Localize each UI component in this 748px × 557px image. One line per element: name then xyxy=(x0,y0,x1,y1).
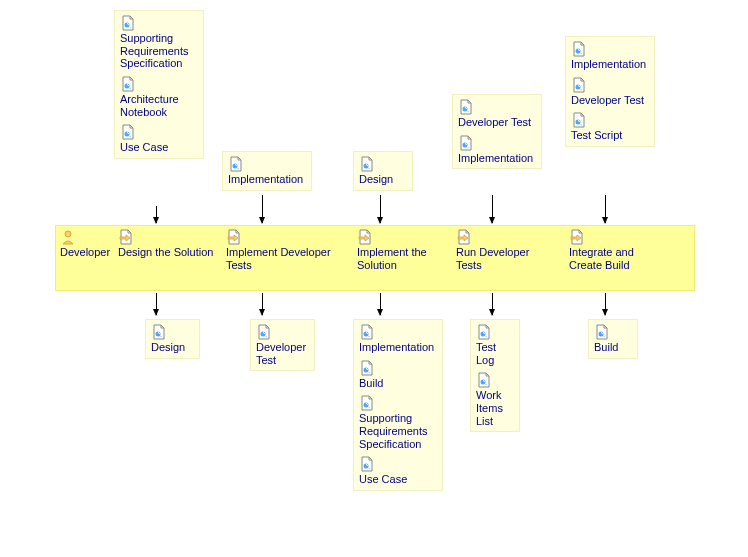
input-box-col1: Supporting Requirements Specification Ar… xyxy=(114,10,204,159)
artifact-icon xyxy=(256,324,272,340)
artifact-label: Implementation xyxy=(359,341,434,354)
artifact-label: Developer Test xyxy=(458,116,531,129)
output-box-col3: Implementation Build Supporting Requirem… xyxy=(353,319,443,491)
task-label: Run Developer Tests xyxy=(456,246,541,271)
output-box-col4: Test Log Work Items List xyxy=(470,319,520,432)
artifact-icon xyxy=(571,112,587,128)
input-box-col4: Developer Test Implementation xyxy=(452,94,542,169)
swimlane-task-cell: Implement Developer Tests xyxy=(226,229,336,271)
output-box-col1: Design xyxy=(145,319,200,359)
artifact-icon xyxy=(359,456,375,472)
task-icon xyxy=(456,229,472,245)
arrow-down-icon xyxy=(605,195,606,223)
artifact-label: Build xyxy=(594,341,618,354)
role-label: Developer xyxy=(60,246,110,259)
artifact-label: Implementation xyxy=(458,152,533,165)
artifact-icon xyxy=(458,99,474,115)
output-box-col5: Build xyxy=(588,319,638,359)
task-icon xyxy=(226,229,242,245)
artifact-icon xyxy=(458,135,474,151)
artifact-label: Design xyxy=(151,341,185,354)
arrow-down-icon xyxy=(380,293,381,315)
task-icon xyxy=(569,229,585,245)
artifact-label: Supporting Requirements Specification xyxy=(120,32,198,70)
swimlane-task-cell: Run Developer Tests xyxy=(456,229,541,271)
arrow-down-icon xyxy=(156,206,157,223)
input-box-col2: Implementation xyxy=(222,151,312,191)
role-icon xyxy=(60,229,76,245)
artifact-label: Developer Test xyxy=(571,94,644,107)
artifact-icon xyxy=(571,77,587,93)
artifact-icon xyxy=(120,124,136,140)
artifact-label: Implementation xyxy=(571,58,646,71)
artifact-label: Use Case xyxy=(359,473,407,486)
artifact-icon xyxy=(594,324,610,340)
swimlane-task-cell: Implement the Solution xyxy=(357,229,442,271)
task-label: Integrate and Create Build xyxy=(569,246,654,271)
artifact-label: Build xyxy=(359,377,383,390)
artifact-label: Implementation xyxy=(228,173,303,186)
artifact-icon xyxy=(359,156,375,172)
arrow-down-icon xyxy=(262,293,263,315)
artifact-icon xyxy=(120,15,136,31)
arrow-down-icon xyxy=(605,293,606,315)
artifact-label: Use Case xyxy=(120,141,168,154)
artifact-icon xyxy=(120,76,136,92)
artifact-icon xyxy=(359,360,375,376)
artifact-icon xyxy=(476,372,492,388)
arrow-down-icon xyxy=(380,195,381,223)
input-box-col5: Implementation Developer Test Test Scrip… xyxy=(565,36,655,147)
artifact-label: Test Script xyxy=(571,129,622,142)
swimlane-task-cell: Integrate and Create Build xyxy=(569,229,654,271)
swimlane-role-cell: Developer xyxy=(60,229,110,259)
artifact-icon xyxy=(571,41,587,57)
artifact-icon xyxy=(359,395,375,411)
artifact-icon xyxy=(476,324,492,340)
swimlane-task-cell: Design the Solution xyxy=(118,229,216,259)
artifact-label: Test Log xyxy=(476,341,514,366)
artifact-label: Work Items List xyxy=(476,389,514,427)
artifact-icon xyxy=(151,324,167,340)
task-icon xyxy=(357,229,373,245)
artifact-label: Developer Test xyxy=(256,341,309,366)
arrow-down-icon xyxy=(492,195,493,223)
artifact-icon xyxy=(359,324,375,340)
arrow-down-icon xyxy=(156,293,157,315)
output-box-col2: Developer Test xyxy=(250,319,315,371)
task-label: Implement the Solution xyxy=(357,246,442,271)
task-label: Implement Developer Tests xyxy=(226,246,336,271)
arrow-down-icon xyxy=(262,195,263,223)
task-label: Design the Solution xyxy=(118,246,213,259)
artifact-icon xyxy=(228,156,244,172)
task-icon xyxy=(118,229,134,245)
artifact-label: Architecture Notebook xyxy=(120,93,198,118)
artifact-label: Supporting Requirements Specification xyxy=(359,412,437,450)
diagram-canvas: Supporting Requirements Specification Ar… xyxy=(0,0,748,557)
input-box-col3: Design xyxy=(353,151,413,191)
arrow-down-icon xyxy=(492,293,493,315)
artifact-label: Design xyxy=(359,173,393,186)
